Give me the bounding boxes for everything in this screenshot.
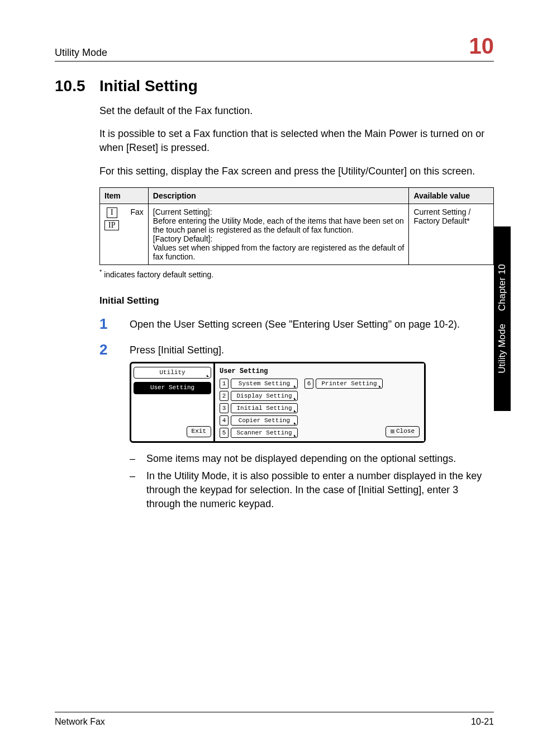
item-name: Fax xyxy=(126,204,148,264)
i-icon: I xyxy=(107,207,117,218)
footer-right: 10-21 xyxy=(471,717,494,727)
dash-icon: – xyxy=(130,452,137,466)
item-description: [Current Setting]: Before entering the U… xyxy=(148,204,409,264)
ui-exit-button[interactable]: Exit xyxy=(187,426,211,437)
ui-initial-setting[interactable]: Initial Setting xyxy=(231,403,298,413)
ui-copier-setting[interactable]: Copier Setting xyxy=(231,415,298,426)
table-header-available: Available value xyxy=(409,187,494,204)
running-head: Utility Mode xyxy=(55,47,107,59)
ui-num: 5 xyxy=(220,428,229,438)
ui-num: 1 xyxy=(220,379,229,389)
ui-close-button[interactable]: Close xyxy=(386,426,420,437)
dash-icon: – xyxy=(130,469,137,512)
section-title: Initial Setting xyxy=(99,77,198,94)
settings-table: Item Description Available value I IP Fa… xyxy=(99,187,494,265)
intro-para-1: Set the default of the Fax function. xyxy=(99,104,494,118)
ui-scanner-setting[interactable]: Scanner Setting xyxy=(231,428,298,438)
ui-utility-button[interactable]: Utility xyxy=(134,367,211,379)
table-row: I IP Fax [Current Setting]: Before enter… xyxy=(100,204,494,264)
footer-left: Network Fax xyxy=(55,717,105,727)
step-text-1: Open the User Setting screen (See "Enter… xyxy=(130,316,494,332)
procedure-heading: Initial Setting xyxy=(99,295,494,306)
ui-num: 2 xyxy=(220,391,229,401)
ui-num: 4 xyxy=(220,415,229,426)
table-footnote: * indicates factory default setting. xyxy=(99,268,494,279)
intro-para-3: For this setting, display the Fax screen… xyxy=(99,164,494,178)
side-tab-mode: Utility Mode xyxy=(497,324,507,374)
table-header-description: Description xyxy=(148,187,409,204)
ui-display-setting[interactable]: Display Setting xyxy=(231,391,298,401)
item-available: Current Setting / Factory Default* xyxy=(409,204,494,264)
note-2: In the Utility Mode, it is also possible… xyxy=(146,469,494,512)
step-number-2: 2 xyxy=(99,342,116,515)
ui-num: 3 xyxy=(220,403,229,413)
ui-system-setting[interactable]: System Setting xyxy=(231,379,298,389)
ip-icon: IP xyxy=(104,220,119,231)
chapter-number-badge: 10 xyxy=(469,34,494,59)
ui-printer-setting[interactable]: Printer Setting xyxy=(316,379,383,389)
side-tab-chapter: Chapter 10 xyxy=(497,264,507,311)
intro-para-2: It is possible to set a Fax function tha… xyxy=(99,127,494,155)
note-1: Some items may not be displayed dependin… xyxy=(146,452,456,466)
ui-user-setting-button[interactable]: User Setting xyxy=(134,382,211,394)
step-text-2: Press [Initial Setting]. xyxy=(130,343,494,357)
ui-screenshot: Utility User Setting Exit User Setting 1… xyxy=(130,362,426,443)
section-number: 10.5 xyxy=(55,77,99,95)
ui-num: 6 xyxy=(304,379,313,389)
table-header-item: Item xyxy=(100,187,149,204)
step-number-1: 1 xyxy=(99,316,116,332)
ui-panel-title: User Setting xyxy=(220,367,420,376)
side-tab: Utility Mode Chapter 10 xyxy=(494,226,511,411)
